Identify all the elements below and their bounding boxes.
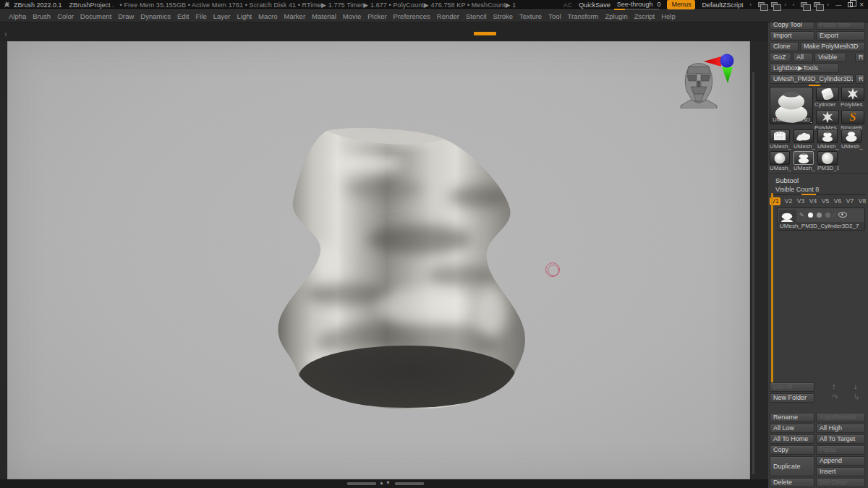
menu-brush[interactable]: Brush: [33, 12, 51, 20]
tool-pick-simplebrush[interactable]: S: [841, 110, 864, 124]
move-up-icon[interactable]: ↑: [832, 382, 836, 390]
menu-texture[interactable]: Texture: [519, 12, 542, 20]
menu-alpha[interactable]: Alpha: [9, 12, 26, 20]
insert-button[interactable]: Insert: [816, 467, 865, 476]
duplicate-button[interactable]: Duplicate: [770, 456, 814, 476]
view-stack-icon[interactable]: [814, 2, 820, 7]
clone-button[interactable]: Clone: [770, 42, 799, 51]
bottom-tray-handle-right[interactable]: [395, 482, 424, 485]
tool-pick-cylinder[interactable]: [816, 87, 839, 101]
tab-v6[interactable]: V6: [832, 197, 843, 205]
menu-light[interactable]: Light: [237, 12, 252, 20]
subtool-list-item[interactable]: ✎ ∕ UMesh_PM3D_Cylinder3D2_7: [777, 207, 865, 231]
copy-subtool-button[interactable]: Copy: [770, 445, 814, 455]
tab-v5[interactable]: V5: [820, 197, 831, 205]
new-folder-button[interactable]: New Folder: [770, 393, 814, 403]
move-down-icon[interactable]: ↓: [854, 382, 858, 390]
menu-dynamics[interactable]: Dynamics: [140, 12, 171, 20]
restore-icon[interactable]: [848, 2, 853, 7]
polypaint-half-icon[interactable]: [817, 213, 822, 218]
menu-edit[interactable]: Edit: [177, 12, 189, 20]
goz-visible-button[interactable]: Visible: [814, 53, 846, 62]
bottom-tray-handle-left[interactable]: [347, 482, 376, 485]
default-zscript-button[interactable]: DefaultZScript: [702, 1, 743, 9]
delete-button[interactable]: Delete: [770, 478, 814, 487]
export-button[interactable]: Export: [816, 31, 865, 40]
view-stack-icon[interactable]: [801, 2, 807, 7]
active-tool-header[interactable]: UMesh_PM3D_Cylinder3D2_7: [770, 74, 854, 84]
menu-picker[interactable]: Picker: [367, 12, 386, 20]
see-through-track[interactable]: [614, 9, 659, 10]
prev-doc-icon[interactable]: ‹: [749, 1, 752, 8]
subtool-header[interactable]: Subtool: [775, 176, 799, 184]
active-tool-thumbnail[interactable]: UMesh_PM3D_C: [770, 87, 813, 124]
tab-v4[interactable]: V4: [807, 197, 819, 205]
close-icon[interactable]: ×: [859, 1, 864, 9]
visibility-eye-icon[interactable]: [838, 212, 847, 218]
menu-document[interactable]: Document: [80, 12, 111, 20]
axis-z-sphere[interactable]: [720, 54, 734, 68]
lightbox-tools-button[interactable]: Lightbox▶Tools: [770, 64, 839, 73]
sculpt-canvas[interactable]: [7, 41, 750, 479]
visible-count-track[interactable]: [770, 194, 865, 195]
tab-v8[interactable]: V8: [856, 197, 868, 205]
active-tool-r-button[interactable]: R: [855, 74, 865, 84]
axis-gizmo[interactable]: [698, 48, 749, 88]
see-through-slider[interactable]: See-through 0: [617, 1, 661, 9]
move-into-folder-icon[interactable]: ↳: [854, 393, 860, 401]
goz-all-button[interactable]: All: [793, 53, 813, 62]
menu-macro[interactable]: Macro: [258, 12, 277, 20]
menu-movie[interactable]: Movie: [343, 12, 361, 20]
polypaint-on-icon[interactable]: [808, 213, 813, 218]
tray-down-icon[interactable]: ▼: [386, 480, 391, 485]
menus-toggle-button[interactable]: Menus: [667, 0, 695, 9]
tool-pick-polymesh[interactable]: [841, 87, 864, 101]
recent-tool-thumb[interactable]: [841, 129, 861, 143]
all-high-button[interactable]: All High: [816, 424, 865, 433]
next-view-icon[interactable]: ›: [827, 1, 829, 8]
menu-material[interactable]: Material: [312, 12, 336, 20]
menu-file[interactable]: File: [195, 12, 206, 20]
move-out-folder-icon[interactable]: ↷: [832, 393, 838, 401]
menu-draw[interactable]: Draw: [118, 12, 134, 20]
subtool-list-scrollbar[interactable]: [771, 193, 773, 382]
make-polymesh3d-button[interactable]: Make PolyMesh3D: [800, 42, 865, 51]
axis-x-cone[interactable]: [704, 56, 721, 67]
top-tray-handle[interactable]: [474, 32, 496, 35]
menu-layer[interactable]: Layer: [213, 12, 231, 20]
tab-v2[interactable]: V2: [783, 197, 794, 205]
menu-tool[interactable]: Tool: [548, 12, 561, 20]
tab-v7[interactable]: V7: [844, 197, 856, 205]
all-to-target-button[interactable]: All To Target: [816, 435, 865, 444]
menu-stencil[interactable]: Stencil: [466, 12, 487, 20]
append-button[interactable]: Append: [816, 456, 865, 466]
menu-help[interactable]: Help: [661, 12, 676, 20]
axis-y-cone[interactable]: [722, 67, 733, 83]
recent-tool-thumb[interactable]: [770, 151, 790, 165]
recent-tool-thumb[interactable]: [770, 129, 790, 143]
menu-color[interactable]: Color: [57, 12, 74, 20]
menu-render[interactable]: Render: [437, 12, 459, 20]
window-stack-icon[interactable]: [758, 2, 765, 7]
tab-v3[interactable]: V3: [795, 197, 807, 205]
recent-tool-thumb[interactable]: [817, 151, 838, 165]
polypaint-dim-icon[interactable]: [825, 213, 830, 218]
tool-pick-polymesh-2[interactable]: [816, 110, 839, 124]
rename-button[interactable]: Rename: [770, 413, 814, 422]
recent-tool-thumb-selected[interactable]: [793, 151, 814, 165]
menu-marker[interactable]: Marker: [284, 12, 306, 20]
canvas-vertical-scrollbar[interactable]: [752, 72, 754, 474]
goz-r-button[interactable]: R: [855, 53, 865, 62]
paint-brush-icon[interactable]: ✎: [799, 212, 804, 218]
import-button[interactable]: Import: [770, 31, 814, 40]
menu-preferences[interactable]: Preferences: [393, 12, 430, 20]
goz-button[interactable]: GoZ: [770, 53, 791, 62]
prev-view-icon[interactable]: ‹: [793, 1, 795, 8]
menu-zscript[interactable]: Zscript: [634, 12, 655, 20]
quicksave-button[interactable]: QuickSave: [579, 1, 610, 9]
menu-zplugin[interactable]: Zplugin: [605, 12, 628, 20]
tray-up-icon[interactable]: ▲: [379, 480, 385, 485]
menu-stroke[interactable]: Stroke: [493, 12, 513, 20]
recent-tool-thumb[interactable]: [817, 129, 838, 143]
menu-transform[interactable]: Transform: [568, 12, 599, 20]
